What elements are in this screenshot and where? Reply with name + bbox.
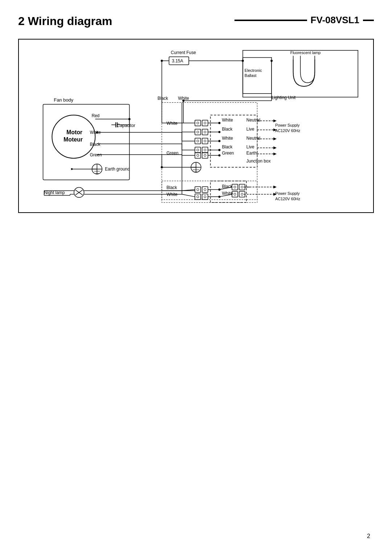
lighting-unit-label: Lighting Unit	[271, 95, 296, 100]
svg-point-64	[204, 154, 206, 156]
svg-rect-63	[202, 152, 208, 158]
svg-point-80	[197, 196, 199, 198]
green-label-motor: Green	[90, 152, 102, 157]
svg-point-48	[197, 140, 199, 142]
white-neutral-label: White	[222, 118, 233, 123]
neutral-label: Neutral	[246, 118, 260, 123]
svg-marker-101	[273, 147, 277, 149]
capacitor-label: Capacitor	[117, 123, 135, 128]
svg-point-55	[197, 149, 199, 151]
neutral-2-label: Neutral	[246, 136, 260, 141]
white-label-conn-left: White	[167, 121, 178, 126]
svg-point-41	[197, 131, 199, 133]
svg-rect-42	[202, 129, 208, 135]
electronic-ballast-label: Electronic	[245, 68, 262, 73]
svg-point-82	[204, 196, 206, 198]
svg-point-113	[234, 193, 236, 195]
svg-line-87	[182, 194, 195, 197]
power-supply-1-label: Power Supply	[275, 123, 300, 127]
junction-box-label: Junction box	[246, 159, 271, 164]
black-label-night: Black	[167, 185, 177, 190]
white-label-night: White	[167, 192, 178, 197]
svg-point-62	[197, 154, 199, 156]
svg-point-39	[218, 122, 220, 124]
svg-rect-56	[202, 147, 208, 153]
model-line-left	[234, 20, 307, 21]
model-name: FV-08VSL1	[311, 15, 359, 26]
svg-marker-99	[273, 138, 277, 140]
live-label-2: Live	[246, 144, 254, 149]
svg-point-109	[234, 186, 236, 188]
svg-rect-40	[195, 129, 201, 135]
svg-point-115	[241, 193, 243, 195]
svg-rect-77	[202, 187, 208, 193]
fan-body-label: Fan body	[54, 97, 73, 103]
black-label-motor: Black	[90, 142, 100, 147]
svg-point-46	[218, 131, 220, 133]
svg-marker-95	[273, 119, 277, 122]
svg-rect-79	[195, 194, 201, 200]
model-bar: FV-08VSL1	[234, 15, 374, 26]
svg-rect-108	[232, 184, 238, 190]
night-lamp-label: Night lamp	[44, 190, 65, 195]
moteur-label: Moteur	[64, 136, 83, 143]
svg-point-36	[204, 122, 206, 124]
ac-1-label: AC120V 60Hz	[275, 128, 301, 133]
svg-rect-35	[202, 120, 208, 126]
svg-rect-61	[195, 152, 201, 158]
white-neutral-2-label: White	[222, 136, 233, 141]
motor-label: Motor	[66, 129, 82, 135]
model-line-right	[363, 20, 374, 21]
electronic-ballast-label-2: Ballast	[245, 73, 257, 78]
fuse-value-label: 3.15A	[172, 58, 183, 63]
svg-point-60	[218, 149, 220, 151]
svg-point-57	[204, 149, 206, 151]
black-live-2-label: Black	[222, 144, 232, 149]
svg-point-14	[71, 168, 73, 170]
current-fuse-label: Current Fuse	[171, 50, 196, 55]
green-label-left-conn: Green	[167, 151, 179, 156]
svg-marker-103	[273, 152, 277, 155]
svg-rect-47	[195, 138, 201, 144]
svg-rect-33	[195, 120, 201, 126]
power-supply-2-label: Power Supply	[275, 191, 300, 196]
svg-rect-81	[202, 194, 208, 200]
ac-2-label: AC120V 60Hz	[275, 197, 301, 201]
svg-point-111	[241, 186, 243, 188]
svg-point-43	[204, 131, 206, 133]
page-header: 2 Wiring diagram FV-08VSL1	[0, 0, 392, 32]
svg-point-76	[197, 189, 199, 191]
svg-point-67	[218, 154, 220, 156]
black-live-label: Black	[222, 127, 232, 132]
svg-point-50	[204, 140, 206, 142]
wiring-svg: Fan body Motor Moteur Red Capacitor Whit…	[19, 40, 373, 212]
page-title: 2 Wiring diagram	[18, 15, 112, 28]
live-label-1: Live	[246, 127, 254, 132]
svg-point-34	[197, 122, 199, 124]
svg-rect-49	[202, 138, 208, 144]
svg-rect-54	[195, 147, 201, 153]
green-label-conn: Green	[222, 151, 234, 156]
svg-point-53	[218, 140, 220, 142]
svg-point-78	[204, 189, 206, 191]
svg-marker-105	[273, 186, 277, 189]
wiring-diagram: Fan body Motor Moteur Red Capacitor Whit…	[18, 39, 374, 213]
earth-label: Earth	[246, 151, 257, 156]
svg-point-144	[270, 60, 273, 62]
black-label-top: Black	[158, 96, 168, 101]
page-number: 2	[367, 533, 370, 539]
earth-ground-label: Earth ground	[105, 167, 130, 172]
svg-rect-75	[195, 187, 201, 193]
fluorescent-lamp-label: Fluorescent lamp	[290, 50, 321, 55]
red-label-motor: Red	[91, 113, 99, 118]
